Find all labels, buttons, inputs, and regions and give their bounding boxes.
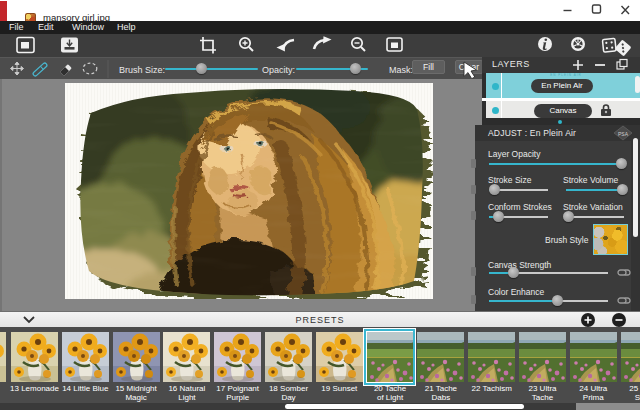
svg-text:PSA: PSA [618,131,629,137]
